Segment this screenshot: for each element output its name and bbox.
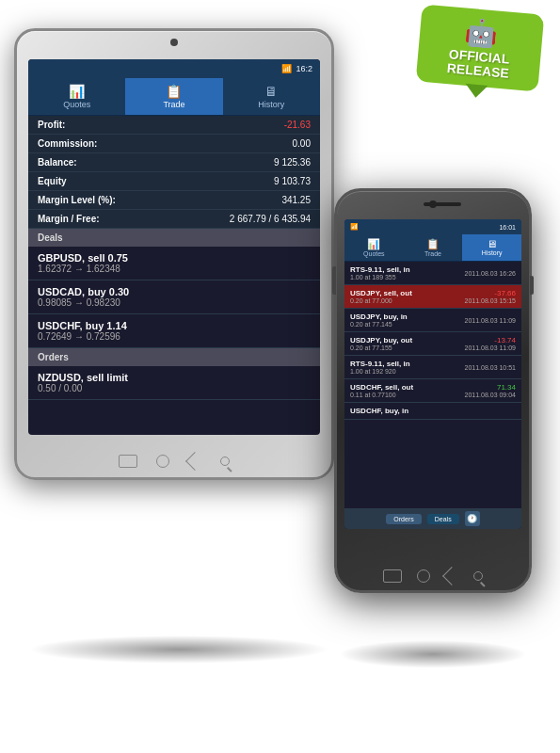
phone-bottom-tabs[interactable]: Orders Deals 🕐 bbox=[344, 508, 521, 529]
phone-tab-trade[interactable]: 📋 Trade bbox=[404, 234, 463, 261]
tablet-time: 16:2 bbox=[296, 64, 312, 73]
clock-icon[interactable]: 🕐 bbox=[465, 511, 480, 526]
history-icon: 🖥 bbox=[227, 84, 316, 99]
commission-value: 0.00 bbox=[293, 138, 311, 149]
phone-orders-btn[interactable]: Orders bbox=[386, 514, 421, 524]
tablet-camera bbox=[170, 39, 178, 46]
phone-nav-menu[interactable] bbox=[383, 569, 402, 583]
quotes-icon: 📊 bbox=[32, 84, 121, 99]
balance-label: Balance: bbox=[38, 157, 77, 168]
phone-trade-2: USDJPY, buy, in 0.20 at 77.145 2011.08.0… bbox=[344, 309, 521, 332]
phone-trade-1: USDJPY, sell, out 0.20 at 77.000 -37.66 … bbox=[344, 285, 521, 309]
profit-value: -21.63 bbox=[284, 120, 311, 130]
phone-nav-home[interactable] bbox=[417, 569, 430, 583]
margin-level-label: Margin Level (%): bbox=[38, 195, 116, 205]
nav-back-btn[interactable] bbox=[185, 452, 204, 471]
tablet-stats: Profit: -21.63 Commission: 0.00 Balance:… bbox=[28, 116, 320, 229]
phone-power-btn[interactable] bbox=[530, 276, 534, 295]
phone-nav-search[interactable] bbox=[473, 571, 483, 581]
phone-device: 📶 16:01 📊 Quotes 📋 Trade 🖥 History RTS-9… bbox=[334, 188, 532, 593]
phone-shadow bbox=[339, 640, 527, 668]
tablet-screen: 📶 16:2 📊 Quotes 📋 Trade 🖥 History Profit… bbox=[28, 59, 320, 435]
orders-section-header: Orders bbox=[28, 348, 320, 366]
phone-screen: 📶 16:01 📊 Quotes 📋 Trade 🖥 History RTS-9… bbox=[344, 219, 521, 529]
tab-quotes[interactable]: 📊 Quotes bbox=[28, 78, 125, 115]
phone-wifi-icon: 📶 bbox=[350, 223, 359, 231]
phone-trade-5: USDCHF, sell, out 0.11 at 0.77100 71.34 … bbox=[344, 379, 521, 403]
stat-margin-level: Margin Level (%): 341.25 bbox=[28, 191, 320, 210]
phone-trade-3: USDJPY, buy, out 0.20 at 77.155 -13.74 2… bbox=[344, 332, 521, 356]
phone-home-bar bbox=[383, 569, 483, 583]
margin-free-value: 2 667.79 / 6 435.94 bbox=[230, 214, 311, 224]
trade-icon: 📋 bbox=[129, 84, 218, 99]
phone-tab-quotes[interactable]: 📊 Quotes bbox=[344, 234, 404, 261]
margin-level-value: 341.25 bbox=[281, 195, 311, 205]
phone-time: 16:01 bbox=[499, 224, 516, 231]
phone-speaker bbox=[424, 202, 461, 206]
phone-trade-6: USDCHF, buy, in bbox=[344, 403, 521, 420]
tablet-device: 📶 16:2 📊 Quotes 📋 Trade 🖥 History Profit… bbox=[14, 28, 334, 480]
profit-label: Profit: bbox=[38, 120, 65, 130]
stat-margin-free: Margin / Free: 2 667.79 / 6 435.94 bbox=[28, 210, 320, 229]
order-nzdusd: NZDUSD, sell limit 0.50 / 0.00 bbox=[28, 366, 320, 400]
stat-commission: Commission: 0.00 bbox=[28, 135, 320, 153]
margin-free-label: Margin / Free: bbox=[38, 214, 100, 224]
stat-profit: Profit: -21.63 bbox=[28, 116, 320, 135]
phone-volume-btn[interactable] bbox=[332, 266, 336, 295]
deal-usdcad: USDCAD, buy 0.30 0.98085 → 0.98230 bbox=[28, 280, 320, 314]
tab-history[interactable]: 🖥 History bbox=[223, 78, 320, 115]
phone-trade-icon: 📋 bbox=[406, 238, 461, 250]
equity-label: Equity bbox=[38, 176, 67, 186]
phone-status-bar: 📶 16:01 bbox=[344, 219, 521, 234]
phone-tab-bar[interactable]: 📊 Quotes 📋 Trade 🖥 History bbox=[344, 234, 521, 262]
deal-gbpusd: GBPUSD, sell 0.75 1.62372 → 1.62348 bbox=[28, 247, 320, 280]
commission-label: Commission: bbox=[38, 138, 97, 149]
phone-trade-4: RTS-9.11, sell, in 1.00 at 192 920 2011.… bbox=[344, 356, 521, 379]
phone-trade-0: RTS-9.11, sell, in 1.00 at 189 355 2011.… bbox=[344, 262, 521, 285]
nav-menu-btn[interactable] bbox=[119, 455, 137, 468]
nav-home-btn[interactable] bbox=[156, 455, 169, 468]
tablet-status-bar: 📶 16:2 bbox=[28, 59, 320, 78]
balance-value: 9 125.36 bbox=[274, 157, 311, 168]
phone-deals-btn[interactable]: Deals bbox=[427, 514, 459, 524]
deal-usdchf: USDCHF, buy 1.14 0.72649 → 0.72596 bbox=[28, 314, 320, 348]
phone-nav-back[interactable] bbox=[442, 567, 461, 585]
tablet-home-bar bbox=[119, 455, 230, 468]
deals-section-header: Deals bbox=[28, 229, 320, 247]
tab-trade[interactable]: 📋 Trade bbox=[125, 78, 222, 115]
phone-history-icon: 🖥 bbox=[464, 238, 520, 249]
stat-balance: Balance: 9 125.36 bbox=[28, 153, 320, 172]
official-release-badge: 🤖 OFFICIAL RELEASE bbox=[419, 9, 541, 132]
phone-tab-history[interactable]: 🖥 History bbox=[462, 234, 521, 261]
phone-quotes-icon: 📊 bbox=[346, 238, 402, 250]
equity-value: 9 103.73 bbox=[274, 176, 311, 186]
stat-equity: Equity 9 103.73 bbox=[28, 172, 320, 191]
tablet-tab-bar[interactable]: 📊 Quotes 📋 Trade 🖥 History bbox=[28, 78, 320, 116]
wifi-icon: 📶 bbox=[281, 64, 292, 73]
nav-search-btn[interactable] bbox=[220, 457, 230, 466]
tablet-shadow bbox=[28, 635, 329, 664]
